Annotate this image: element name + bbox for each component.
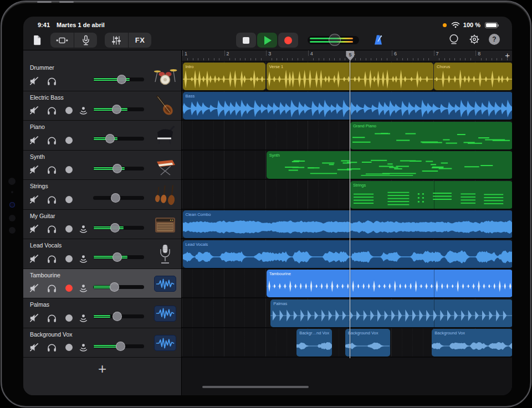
stop-button[interactable] <box>236 33 256 48</box>
region-lead-vocals[interactable]: Lead Vocals <box>183 240 513 268</box>
waveform-icon[interactable] <box>152 273 178 295</box>
solo-headphones-icon[interactable] <box>45 342 58 354</box>
input-monitor-icon[interactable] <box>77 223 89 235</box>
track-volume-knob[interactable] <box>110 223 120 233</box>
solo-headphones-icon[interactable] <box>45 252 58 265</box>
mute-icon[interactable] <box>28 134 40 146</box>
solo-headphones-icon[interactable] <box>45 193 58 205</box>
input-monitor-icon[interactable] <box>77 282 89 295</box>
solo-headphones-icon[interactable] <box>45 312 58 324</box>
amp-icon[interactable] <box>152 214 178 236</box>
record-enable-button[interactable] <box>63 223 75 235</box>
region-chorus[interactable]: Chorus <box>434 63 512 90</box>
mic-icon[interactable] <box>152 243 178 265</box>
region-intro[interactable]: Intro <box>183 63 266 90</box>
track-row-palmas[interactable]: Palmas <box>23 298 181 328</box>
region-bass[interactable]: Bass <box>183 92 513 120</box>
metronome-button[interactable] <box>372 34 385 46</box>
track-volume-slider[interactable] <box>93 196 144 200</box>
track-volume-knob[interactable] <box>112 312 122 321</box>
mute-icon[interactable] <box>28 312 40 324</box>
playhead-marker[interactable]: 5 <box>346 51 354 61</box>
mute-icon[interactable] <box>28 193 40 205</box>
horizontal-scrollbar[interactable] <box>202 386 309 388</box>
drums-icon[interactable] <box>152 65 178 87</box>
track-row-electric-bass[interactable]: Electric Bass <box>23 91 181 121</box>
record-enable-button[interactable] <box>63 164 75 176</box>
mute-icon[interactable] <box>28 164 40 176</box>
region-grand-piano[interactable]: Grand Piano <box>350 122 512 149</box>
track-volume-knob[interactable] <box>112 252 122 262</box>
synth-icon[interactable] <box>152 154 178 177</box>
record-enable-button[interactable] <box>63 312 75 324</box>
track-volume-slider[interactable] <box>93 107 144 111</box>
settings-gear-icon[interactable] <box>468 33 480 45</box>
track-view-button[interactable] <box>50 33 74 48</box>
solo-headphones-icon[interactable] <box>45 282 58 295</box>
input-monitor-icon[interactable] <box>77 252 89 265</box>
track-volume-slider[interactable] <box>93 78 144 81</box>
timeline-ruler[interactable]: + 5 12345678 <box>182 50 512 61</box>
master-volume-slider[interactable] <box>308 36 359 44</box>
mute-icon[interactable] <box>28 252 40 265</box>
track-volume-slider[interactable] <box>93 344 144 348</box>
add-track-button[interactable]: + <box>23 360 181 378</box>
master-volume-knob[interactable] <box>329 34 341 46</box>
track-volume-knob[interactable] <box>105 134 115 143</box>
solo-headphones-icon[interactable] <box>45 223 58 235</box>
track-row-background-vox[interactable]: Background Vox <box>23 328 181 358</box>
track-row-tambourine[interactable]: Tambourine <box>23 269 181 299</box>
region-backgr-nd-vox[interactable]: Backgr…nd Vox <box>296 329 332 357</box>
region-background-vox[interactable]: Background Vox <box>345 329 390 357</box>
solo-headphones-icon[interactable] <box>45 164 58 176</box>
region-clean-combo[interactable]: Clean Combo <box>183 210 513 238</box>
track-volume-knob[interactable] <box>112 105 121 114</box>
track-volume-knob[interactable] <box>110 282 119 292</box>
help-button[interactable]: ? <box>489 34 500 45</box>
track-volume-knob[interactable] <box>116 342 125 351</box>
track-row-lead-vocals[interactable]: Lead Vocals <box>23 239 181 269</box>
strings-icon[interactable] <box>152 184 178 206</box>
mute-icon[interactable] <box>28 75 40 87</box>
input-monitor-icon[interactable] <box>77 342 89 354</box>
record-enable-button[interactable] <box>63 134 75 146</box>
track-row-synth[interactable]: Synth <box>23 151 181 180</box>
play-button[interactable] <box>257 33 277 48</box>
track-volume-slider[interactable] <box>93 314 144 318</box>
region-synth[interactable]: Synth <box>267 151 512 179</box>
record-enable-button[interactable] <box>63 342 75 354</box>
solo-headphones-icon[interactable] <box>45 75 58 87</box>
mixer-button[interactable] <box>105 33 128 48</box>
record-enable-button[interactable] <box>63 252 75 265</box>
track-volume-knob[interactable] <box>111 193 120 203</box>
track-row-drummer[interactable]: Drummer <box>23 61 181 91</box>
mute-icon[interactable] <box>28 223 40 235</box>
region-palmas[interactable]: Palmas <box>270 299 512 327</box>
audio-recorder-button[interactable] <box>74 33 97 48</box>
waveform-icon[interactable] <box>152 302 178 324</box>
track-volume-knob[interactable] <box>117 75 126 84</box>
bass-icon[interactable] <box>152 95 178 117</box>
record-button[interactable] <box>278 33 298 48</box>
track-row-piano[interactable]: Piano <box>23 121 181 151</box>
piano-icon[interactable] <box>152 125 178 147</box>
region-tambourine[interactable]: Tambourine <box>267 270 512 297</box>
record-enable-button[interactable] <box>63 193 75 205</box>
track-volume-slider[interactable] <box>93 255 144 259</box>
mute-icon[interactable] <box>28 105 40 117</box>
my-songs-button[interactable] <box>32 34 43 46</box>
input-monitor-icon[interactable] <box>77 312 89 324</box>
track-row-my-guitar[interactable]: My Guitar <box>23 210 181 240</box>
loop-browser-button[interactable] <box>448 33 460 45</box>
fx-button[interactable]: FX <box>128 33 151 48</box>
track-volume-slider[interactable] <box>93 137 144 141</box>
track-volume-knob[interactable] <box>112 164 122 173</box>
track-volume-slider[interactable] <box>93 226 144 230</box>
mute-icon[interactable] <box>28 342 40 354</box>
solo-headphones-icon[interactable] <box>45 105 58 117</box>
record-enable-button[interactable] <box>63 105 75 117</box>
playhead-line[interactable] <box>350 58 350 358</box>
track-volume-slider[interactable] <box>93 167 144 171</box>
region-background-vox[interactable]: Background Vox <box>432 329 512 357</box>
input-monitor-icon[interactable] <box>77 105 89 117</box>
